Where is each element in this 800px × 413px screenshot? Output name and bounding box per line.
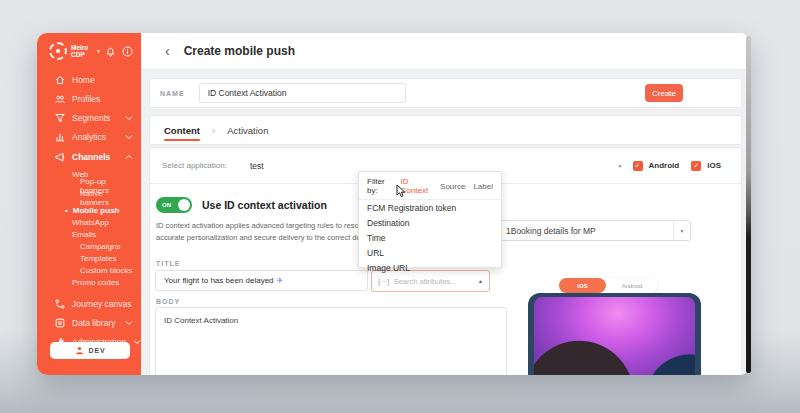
tabs-bar: Content › Activation [149, 115, 742, 145]
ios-label: iOS [707, 161, 721, 170]
caret-down-icon: ▼ [673, 221, 690, 240]
airplane-icon: ✈ [277, 276, 284, 285]
chevron-down-icon [125, 320, 133, 326]
sidebar-item-segments[interactable]: Segments [37, 108, 141, 127]
dev-user-button[interactable]: DEV [50, 342, 130, 359]
info-icon[interactable] [122, 46, 133, 57]
tab-separator-icon: › [212, 125, 215, 136]
attribute-braces-icon: {···} [378, 278, 390, 285]
select-application-label: Select application: [162, 161, 240, 170]
application-select-value: test [240, 161, 264, 171]
android-label: Android [649, 161, 680, 170]
filter-tab-source[interactable]: Source [440, 182, 465, 191]
sidebar-item-native-banners[interactable]: Native banners [37, 192, 141, 204]
screen-edge-bezel [746, 36, 751, 373]
sidebar: Meiro CDP ▼ Home Profiles Seg [37, 33, 141, 375]
sidebar-logo-row: Meiro CDP ▼ [37, 33, 141, 60]
sidebar-item-data-library[interactable]: Data library [37, 313, 141, 332]
funnel-icon [55, 113, 65, 123]
body-label: BODY [156, 298, 180, 305]
sidebar-item-label: Templates [80, 254, 116, 263]
desktop-background: Meiro CDP ▼ Home Profiles Seg [0, 0, 800, 413]
journey-canvas-icon [55, 299, 65, 309]
user-icon [75, 346, 84, 355]
attributes-dropdown: Filter by: ID Context Source Label FCM R… [358, 171, 502, 268]
body-textarea[interactable]: ID Context Activation [155, 307, 507, 375]
sidebar-item-home[interactable]: Home [37, 70, 141, 89]
title-input[interactable]: Your flight to has been delayed ✈ [155, 270, 368, 291]
filter-by-row: Filter by: ID Context Source Label [359, 172, 501, 200]
id-context-toggle[interactable]: ON [156, 197, 192, 213]
sidebar-item-analytics[interactable]: Analytics [37, 127, 141, 146]
dropdown-item-fcm-token[interactable]: FCM Registration token [359, 200, 501, 215]
ios-checkbox[interactable]: ✓ [691, 161, 701, 171]
sidebar-item-journey-canvas[interactable]: Journey canvas [37, 294, 141, 313]
id-context-toggle-label: Use ID context activation [202, 199, 327, 211]
sidebar-item-label: Mobile push [73, 206, 120, 215]
phone-wallpaper [534, 297, 695, 375]
template-select[interactable]: 1Booking details for MP ▼ [498, 220, 691, 241]
phone-preview-frame [528, 293, 701, 375]
name-label: NAME [160, 90, 185, 97]
dropdown-item-image-url[interactable]: Image URL [359, 260, 501, 275]
sidebar-item-label: Promo codes [72, 278, 119, 287]
sidebar-item-campaigns[interactable]: Campaigns [37, 240, 141, 252]
title-label: TITLE [156, 260, 180, 267]
sidebar-item-emails[interactable]: Emails [37, 228, 141, 240]
workspace-caret-icon[interactable]: ▼ [96, 49, 101, 54]
sidebar-item-whatsapp[interactable]: WhatsApp [37, 216, 141, 228]
sidebar-item-label: Analytics [72, 132, 106, 142]
bell-icon[interactable] [105, 46, 116, 57]
template-select-value: 1Booking details for MP [499, 226, 596, 236]
chevron-up-icon [125, 154, 133, 160]
sidebar-item-channels[interactable]: Channels [37, 146, 141, 168]
sidebar-item-custom-blocks[interactable]: Custom blocks [37, 264, 141, 276]
filter-tab-label[interactable]: Label [473, 182, 493, 191]
preview-ios-button[interactable]: iOS [559, 278, 606, 293]
page-title: Create mobile push [184, 44, 295, 58]
dropdown-item-url[interactable]: URL [359, 245, 501, 260]
preview-android-button[interactable]: Android [606, 278, 658, 293]
dropdown-item-destination[interactable]: Destination [359, 215, 501, 230]
sidebar-item-templates[interactable]: Templates [37, 252, 141, 264]
sidebar-item-label: WhatsApp [72, 218, 109, 227]
sidebar-item-label: Journey canvas [72, 299, 132, 309]
create-button[interactable]: Create [645, 84, 683, 102]
profiles-icon [55, 94, 65, 104]
sidebar-item-profiles[interactable]: Profiles [37, 89, 141, 108]
megaphone-icon [55, 152, 65, 162]
sidebar-item-label: Channels [72, 152, 110, 162]
android-checkbox[interactable]: ✓ [633, 161, 643, 171]
title-input-value: Your flight to has been delayed [164, 276, 274, 285]
filter-by-label: Filter by: [367, 177, 393, 195]
name-input[interactable] [199, 83, 406, 103]
tab-activation[interactable]: Activation [227, 116, 268, 144]
page-header: ‹ Create mobile push [141, 33, 750, 70]
home-icon [55, 75, 65, 85]
sidebar-item-promo-codes[interactable]: Promo codes [37, 276, 141, 288]
chart-icon [55, 132, 65, 142]
sidebar-nav: Home Profiles Segments Analytics [37, 70, 141, 351]
chevron-down-icon [133, 339, 141, 345]
mouse-cursor [396, 184, 406, 198]
preview-platform-switch: iOS Android [559, 278, 658, 293]
name-row: NAME Create [149, 78, 742, 108]
caret-down-icon: ▼ [618, 163, 623, 169]
sidebar-item-label: Segments [72, 113, 110, 123]
sidebar-item-label: Emails [72, 230, 96, 239]
search-attributes-placeholder: Search attributes... [394, 277, 457, 286]
dev-button-label: DEV [89, 347, 106, 354]
chevron-down-icon [125, 115, 133, 121]
caret-up-icon: ▲ [478, 278, 483, 284]
sidebar-item-label: Campaigns [80, 242, 120, 251]
sidebar-item-label: Custom blocks [80, 266, 132, 275]
sidebar-item-label: Native banners [80, 189, 133, 207]
tab-content[interactable]: Content [164, 116, 200, 144]
back-button[interactable]: ‹ [165, 44, 170, 58]
data-library-icon [55, 318, 65, 328]
chevron-down-icon [125, 134, 133, 140]
meiro-logo-icon [49, 42, 67, 60]
active-bullet-icon: • [65, 206, 68, 215]
dropdown-item-time[interactable]: Time [359, 230, 501, 245]
sidebar-item-label: Data library [72, 318, 115, 328]
